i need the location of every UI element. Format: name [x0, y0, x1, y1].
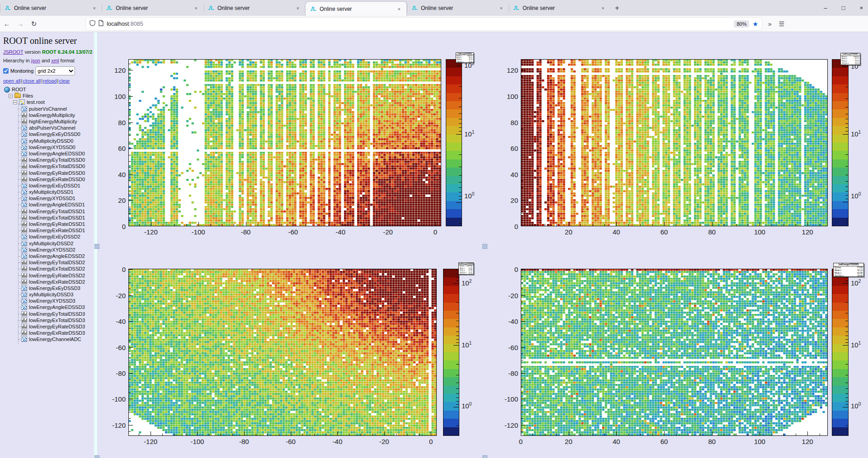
colorbar-minor-tick: [456, 302, 459, 303]
tree-histogram-item[interactable]: lowEnergyExRateDSSD3: [3, 330, 94, 336]
y-tick-label: -80: [498, 369, 518, 377]
maximize-button[interactable]: □: [840, 5, 847, 11]
tree-histogram-item[interactable]: lowEnergyExRateDSSD0: [3, 176, 94, 182]
tree-histogram-item[interactable]: lowEnergyExRateDSSD2: [3, 279, 94, 285]
collapse-icon[interactable]: [13, 100, 17, 104]
reload-button[interactable]: ↻: [27, 20, 41, 28]
action-link[interactable]: close all: [23, 78, 43, 84]
tree-histogram-item[interactable]: xyMultiplicityDSSD0: [3, 138, 94, 144]
tree-histogram-item[interactable]: lowEnergyExTotalDSSD3: [3, 317, 94, 323]
heatmap-canvas-lowEnergyXYDSSD1[interactable]: [521, 59, 828, 226]
browser-tab[interactable]: Online server ×: [102, 0, 203, 16]
collapse-icon[interactable]: [9, 94, 13, 98]
colorbar-minor-tick: [459, 113, 462, 114]
tab-close-icon[interactable]: ×: [193, 5, 199, 12]
stats-box-lowEnergyXYDSSD1[interactable]: lowEnergyXYDSSD1Entries903215Mean x41.27…: [840, 53, 860, 65]
browser-tab[interactable]: Online server ×: [407, 0, 509, 16]
minimize-button[interactable]: –: [822, 5, 828, 11]
action-link[interactable]: open all: [3, 78, 23, 84]
browser-tab[interactable]: Online server ×: [203, 0, 305, 16]
pad-resize-handle[interactable]: [482, 244, 487, 249]
colorbar-lowEnergyXYDSSD3[interactable]: [832, 269, 849, 436]
tree-histogram-item[interactable]: highEnergyMultiplicity: [3, 118, 94, 125]
tree-histogram-item[interactable]: lowEnergyExTotalDSSD2: [3, 266, 94, 272]
tree-histogram-item[interactable]: lowEnergyEyTotalDSSD0: [3, 157, 94, 163]
tree-histogram-item[interactable]: lowEnergyEyRateDSSD3: [3, 323, 94, 330]
tree-histogram-item[interactable]: xyMultiplicityDSSD2: [3, 240, 94, 247]
tab-close-icon[interactable]: ×: [92, 5, 97, 12]
stats-box-lowEnergyXYDSSD0[interactable]: lowEnergyXYDSSD0Entries861372Mean x-38.1…: [456, 52, 474, 63]
tree-histogram-item[interactable]: lowEnergyExEyDSSD3: [3, 285, 94, 291]
tree-histogram-item[interactable]: lowEnergyExTotalDSSD1: [3, 215, 94, 221]
xml-link[interactable]: xml: [51, 58, 59, 63]
tree-histogram-item[interactable]: lowEnergyEyTotalDSSD2: [3, 259, 94, 266]
jsroot-link[interactable]: JSROOT: [3, 49, 23, 55]
tree-histogram-item[interactable]: lowEnergyAngleEDSSD1: [3, 201, 94, 208]
colorbar-minor-tick: [845, 375, 848, 375]
menu-hamburger-icon[interactable]: ☰: [779, 20, 785, 28]
tree-histogram-item[interactable]: lowEnergyXYDSSD2: [3, 247, 94, 253]
tree-histogram-item[interactable]: lowEnergyAngleEDSSD3: [3, 304, 94, 310]
tree-histogram-item[interactable]: lowEnergyExTotalDSSD0: [3, 163, 94, 169]
tree-histogram-item[interactable]: pulserVsChannel: [3, 106, 94, 112]
close-window-button[interactable]: ×: [858, 5, 864, 11]
new-tab-button[interactable]: +: [610, 0, 624, 16]
tree-histogram-item[interactable]: xyMultiplicityDSSD3: [3, 291, 94, 298]
tree-file-node[interactable]: test.root: [3, 99, 94, 105]
zoom-level-badge[interactable]: 80%: [734, 20, 749, 28]
action-link[interactable]: clear: [59, 78, 70, 84]
x-tick-label: 40: [613, 228, 620, 236]
tree-histogram-item[interactable]: lowEnergyEyTotalDSSD1: [3, 208, 94, 215]
tree-histogram-item[interactable]: lowEnergyExEyDSSD0: [3, 131, 94, 137]
json-link[interactable]: json: [31, 58, 40, 63]
tab-close-icon[interactable]: ×: [600, 5, 606, 12]
browser-tab[interactable]: Online server ×: [305, 1, 407, 16]
tree-histogram-item[interactable]: lowEnergyChannelADC: [3, 336, 94, 342]
tree-histogram-item[interactable]: lowEnergyXYDSSD3: [3, 298, 94, 304]
tree-histogram-item[interactable]: lowEnergyMultiplicity: [3, 112, 94, 118]
tree-histogram-item[interactable]: xyMultiplicityDSSD1: [3, 189, 94, 195]
tree-histogram-item[interactable]: lowEnergyEyRateDSSD2: [3, 272, 94, 278]
layout-select[interactable]: grid 2x2: [35, 66, 75, 75]
tab-close-icon[interactable]: ×: [295, 5, 301, 12]
tree-histogram-item[interactable]: lowEnergyAngleEDSSD2: [3, 253, 94, 259]
url-bar[interactable]: localhost:8085 80% ★: [86, 18, 762, 30]
heatmap-canvas-lowEnergyXYDSSD0[interactable]: [128, 59, 441, 226]
back-button[interactable]: ←: [0, 20, 14, 28]
overflow-chevrons-icon[interactable]: »: [768, 20, 772, 28]
browser-tab[interactable]: Online server ×: [0, 0, 102, 16]
tree-histogram-item[interactable]: lowEnergyExEyDSSD2: [3, 234, 94, 240]
heatmap-canvas-lowEnergyXYDSSD3[interactable]: [521, 269, 828, 436]
tree-histogram-item[interactable]: lowEnergyXYDSSD1: [3, 195, 94, 201]
tree-histogram-item[interactable]: lowEnergyAngleEDSSD0: [3, 150, 94, 157]
tree-histogram-item[interactable]: lowEnergyXYDSSD0: [3, 144, 94, 150]
heatmap-canvas-lowEnergyXYDSSD2[interactable]: [128, 269, 437, 436]
pad-resize-handle[interactable]: [482, 455, 487, 458]
colorbar-lowEnergyXYDSSD2[interactable]: [443, 269, 459, 436]
shield-icon[interactable]: [90, 20, 95, 28]
tab-close-icon[interactable]: ×: [396, 5, 402, 13]
monitoring-checkbox[interactable]: [3, 68, 9, 74]
browser-tab[interactable]: Online server ×: [509, 0, 610, 16]
colorbar-lowEnergyXYDSSD0[interactable]: [446, 59, 462, 226]
colorbar-minor-tick: [845, 195, 848, 196]
tree-root-node[interactable]: ROOT: [3, 86, 94, 93]
forward-button[interactable]: →: [14, 20, 27, 28]
page-icon[interactable]: [99, 20, 104, 28]
tree-histogram-item[interactable]: lowEnergyEyRateDSSD0: [3, 169, 94, 176]
pad-resize-handle[interactable]: [94, 244, 99, 249]
tree-histogram-item[interactable]: lowEnergyExRateDSSD1: [3, 227, 94, 234]
tree-histogram-item[interactable]: absPulserVsChannel: [3, 125, 94, 131]
stats-box-lowEnergyXYDSSD2[interactable]: lowEnergyXYDSSD2Entries1287340Mean x-52.…: [458, 262, 474, 275]
bookmark-star-icon[interactable]: ★: [752, 20, 758, 28]
tab-close-icon[interactable]: ×: [499, 5, 504, 12]
tree-histogram-item[interactable]: lowEnergyEyTotalDSSD3: [3, 311, 94, 317]
colorbar-lowEnergyXYDSSD1[interactable]: [832, 59, 849, 226]
tree-files-node[interactable]: Files: [3, 93, 94, 99]
pad-resize-handle[interactable]: [94, 455, 99, 458]
action-link[interactable]: reload: [43, 78, 59, 84]
colorbar-label: 101: [464, 130, 474, 138]
tree-histogram-item[interactable]: lowEnergyEyRateDSSD1: [3, 221, 94, 227]
stats-box-lowEnergyXYDSSD3[interactable]: lowEnergyXYDSSD3Entries77158Mean x61.13M…: [833, 263, 864, 277]
tree-histogram-item[interactable]: lowEnergyExEyDSSD1: [3, 182, 94, 189]
